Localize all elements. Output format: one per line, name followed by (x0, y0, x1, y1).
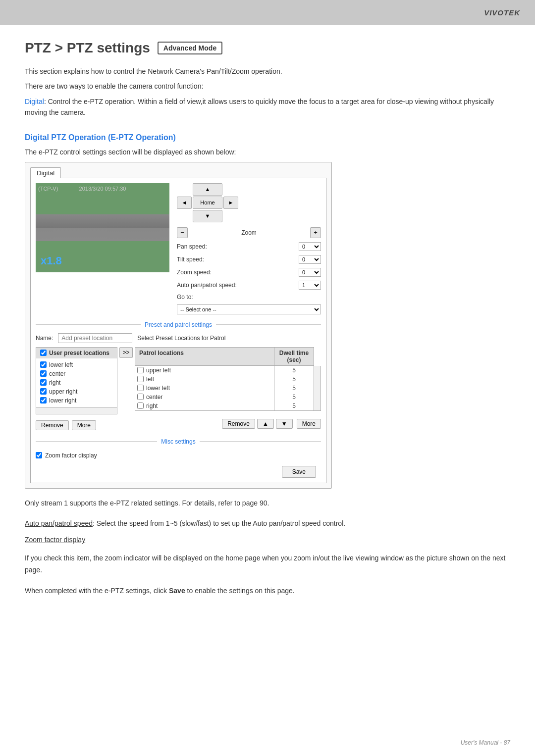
name-field-label: Name: (36, 335, 53, 342)
sub-intro: The e-PTZ control settings section will … (25, 148, 510, 156)
patrol-checkbox-lower-left[interactable] (137, 385, 144, 391)
zoom-minus-button[interactable]: − (177, 227, 188, 238)
camera-label-overlay: (TCP-V) (38, 186, 58, 192)
tilt-speed-label: Tilt speed: (177, 256, 296, 263)
patrol-more-button[interactable]: More (297, 419, 321, 429)
save-button[interactable]: Save (282, 466, 316, 478)
list-item: right (135, 402, 274, 410)
dwell-item: 5 (274, 366, 314, 375)
ptz-home-button[interactable]: Home (193, 197, 222, 209)
pan-speed-label: Pan speed: (177, 243, 296, 250)
user-preset-col: User preset locations lower left center (36, 347, 117, 414)
auto-patrol-speed-select[interactable]: 12345 (299, 281, 321, 290)
tilt-speed-select[interactable]: 012345 (299, 255, 321, 264)
preset-checkbox-center[interactable] (40, 370, 47, 377)
zoom-plus-button[interactable]: + (310, 227, 321, 238)
patrol-item-label: right (146, 403, 158, 409)
zoom-label: Zoom (190, 229, 308, 236)
dwell-header-spacer (314, 347, 321, 366)
list-item: left (135, 375, 274, 384)
patrol-headers: Patrol locations Dwell time (sec) (135, 347, 321, 366)
list-item: center (135, 393, 274, 402)
zoom-speed-select[interactable]: 012345 (299, 268, 321, 277)
dwell-item: 5 (274, 375, 314, 384)
auto-pan-link: Auto pan/patrol speed (25, 519, 93, 527)
dwell-item: 5 (274, 402, 314, 410)
dwell-item: 5 (274, 393, 314, 402)
zoom-factor-label: Zoom factor display (45, 452, 97, 459)
preset-checkbox-right[interactable] (40, 379, 47, 386)
camera-timestamp: 2013/3/20 09:57:30 (79, 186, 126, 192)
save-row: Save (36, 466, 321, 478)
misc-section-divider: Misc settings (36, 438, 321, 445)
zoom-factor-desc1: If you check this item, the zoom indicat… (25, 553, 510, 576)
ptz-up-button[interactable]: ▲ (193, 183, 222, 196)
patrol-action-buttons: Remove ▲ ▼ More (222, 417, 321, 430)
preset-section-label: Preset and patrol settings (145, 321, 212, 328)
user-preset-header-label: User preset locations (49, 350, 109, 356)
pan-speed-row: Pan speed: 012345 (177, 242, 321, 251)
user-preset-all-checkbox[interactable] (40, 350, 47, 356)
title-row: PTZ > PTZ settings Advanced Mode (25, 40, 510, 56)
dwell-item: 5 (274, 384, 314, 393)
tilt-speed-row: Tilt speed: 012345 (177, 255, 321, 264)
user-preset-header: User preset locations (36, 348, 117, 358)
user-preset-remove-button[interactable]: Remove (36, 420, 69, 430)
patrol-item-label: center (146, 394, 162, 401)
digital-panel: Digital (TCP-V) 2013/3/20 09:57:30 x1.8 (25, 162, 332, 489)
list-item: right (38, 378, 115, 387)
preset-checkbox-lower-right[interactable] (40, 397, 47, 403)
patrol-up-button[interactable]: ▲ (257, 419, 274, 429)
patrol-remove-button[interactable]: Remove (222, 419, 255, 429)
goto-label: Go to: (177, 294, 193, 301)
preset-checkbox-upper-right[interactable] (40, 388, 47, 395)
ptz-left-button[interactable]: ◄ (177, 197, 192, 209)
dwell-header: Dwell time (sec) (274, 347, 314, 366)
intro-line1: This section explains how to control the… (25, 66, 510, 77)
list-item: lower left (135, 384, 274, 393)
preset-label: lower right (49, 397, 76, 404)
pan-speed-select[interactable]: 012345 (299, 242, 321, 251)
page: VIVOTEK PTZ > PTZ settings Advanced Mode… (0, 0, 535, 756)
zoom-factor-heading: Zoom factor display (25, 536, 510, 544)
ptz-right-button[interactable]: ► (223, 197, 238, 209)
list-item: lower left (38, 360, 115, 369)
patrol-checkbox-right[interactable] (137, 403, 144, 409)
preset-label: upper right (49, 388, 77, 395)
preset-scrollbar[interactable] (36, 407, 117, 414)
misc-line-left (36, 441, 157, 442)
patrol-checkbox-left[interactable] (137, 376, 144, 382)
list-item: center (38, 369, 115, 378)
auto-patrol-row: Auto pan/patrol speed: 12345 (177, 281, 321, 290)
goto-select[interactable]: -- Select one -- (177, 304, 321, 314)
intro-digital: Digital: Control the e-PTZ operation. Wi… (25, 96, 510, 118)
auto-pan-desc: Auto pan/patrol speed: Select the speed … (25, 518, 510, 530)
name-input[interactable] (58, 333, 132, 343)
ptz-down-button[interactable]: ▼ (193, 210, 222, 222)
preset-label: right (49, 379, 60, 386)
preset-label: lower left (49, 361, 73, 368)
user-preset-more-button[interactable]: More (72, 420, 96, 430)
brand-label: VIVOTEK (484, 8, 520, 17)
zoom-desc-text3: to enable the settings on this page. (185, 587, 295, 595)
digital-tab[interactable]: Digital (30, 167, 61, 178)
patrol-scrollbar[interactable] (314, 366, 321, 411)
goto-row: Go to: (177, 294, 321, 301)
move-to-patrol-button[interactable]: >> (119, 347, 132, 358)
patrol-checkbox-upper-left[interactable] (137, 367, 144, 373)
section-heading: Digital PTZ Operation (E-PTZ Operation) (25, 133, 510, 142)
advanced-mode-badge: Advanced Mode (158, 42, 222, 54)
page-title: PTZ > PTZ settings (25, 40, 150, 56)
user-preset-remove-more: Remove More (36, 420, 96, 430)
misc-line-right (200, 441, 321, 442)
preset-patrol-area: User preset locations lower left center (36, 347, 321, 414)
zoom-factor-checkbox[interactable] (36, 452, 42, 458)
zoom-speed-label: Zoom speed: (177, 269, 296, 276)
patrol-down-button[interactable]: ▼ (276, 419, 293, 429)
user-preset-list: lower left center right (36, 358, 117, 407)
name-row: Name: Select Preset Locations for Patrol (36, 333, 321, 343)
preset-section-divider: Preset and patrol settings (36, 321, 321, 328)
controls-panel: ▲ ◄ Home ► ▼ − (177, 183, 321, 314)
preset-checkbox-lower-left[interactable] (40, 361, 47, 368)
patrol-checkbox-center[interactable] (137, 394, 144, 400)
